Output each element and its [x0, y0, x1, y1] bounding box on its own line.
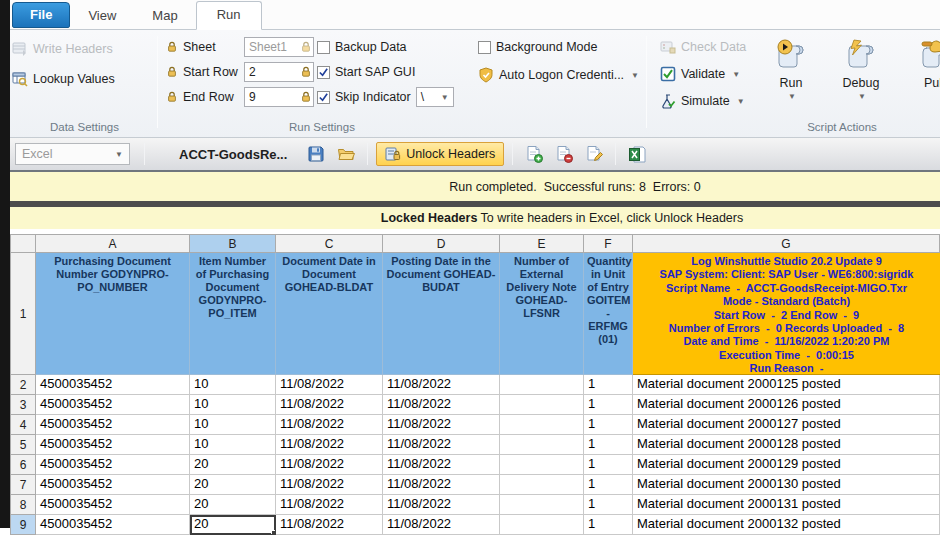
auto-logon-button[interactable]: Auto Logon Credenti... ▼ [478, 64, 639, 86]
cell-b5[interactable]: 10 [190, 435, 276, 455]
field-header-a1[interactable]: Purchasing Document Number GODYNPRO-PO_N… [36, 253, 190, 375]
run-button[interactable]: Run ▼ [760, 38, 822, 101]
cell-b4[interactable]: 10 [190, 415, 276, 435]
cell-c4[interactable]: 11/08/2022 [276, 415, 383, 435]
lock-icon[interactable] [166, 91, 178, 103]
remove-document-button[interactable] [551, 142, 577, 166]
cell-g9[interactable]: Material document 2000132 posted [633, 515, 940, 535]
skip-indicator-checkbox[interactable] [317, 91, 330, 104]
cell-c7[interactable]: 11/08/2022 [276, 475, 383, 495]
lock-icon[interactable] [166, 66, 178, 78]
column-header-f[interactable]: F [584, 234, 633, 253]
row-header-8[interactable]: 8 [10, 495, 36, 515]
field-header-e1[interactable]: Number of External Delivery Note GOHEAD-… [500, 253, 584, 375]
unlock-headers-button[interactable]: Unlock Headers [376, 142, 504, 166]
backup-data-option[interactable]: Backup Data [300, 36, 454, 58]
cell-a5[interactable]: 4500035452 [36, 435, 190, 455]
cell-e8[interactable] [500, 495, 584, 515]
field-header-b1[interactable]: Item Number of Purchasing Document GODYN… [190, 253, 276, 375]
tab-map[interactable]: Map [134, 3, 195, 29]
cell-b7[interactable]: 20 [190, 475, 276, 495]
cell-e9[interactable] [500, 515, 584, 535]
cell-a2[interactable]: 4500035452 [36, 375, 190, 395]
cell-a9[interactable]: 4500035452 [36, 515, 190, 535]
tab-file[interactable]: File [12, 2, 70, 28]
row-header-2[interactable]: 2 [10, 375, 36, 395]
cell-b8[interactable]: 20 [190, 495, 276, 515]
edit-document-button[interactable] [581, 142, 607, 166]
column-header-b[interactable]: B [190, 234, 276, 253]
cell-e7[interactable] [500, 475, 584, 495]
row-header-9[interactable]: 9 [10, 515, 36, 535]
cell-a7[interactable]: 4500035452 [36, 475, 190, 495]
run-mode-select[interactable]: Excel ▼ [15, 143, 130, 165]
cell-b3[interactable]: 10 [190, 395, 276, 415]
open-button[interactable] [333, 142, 359, 166]
cell-e2[interactable] [500, 375, 584, 395]
cell-d7[interactable]: 11/08/2022 [383, 475, 500, 495]
cell-b9[interactable]: 20 [190, 515, 276, 535]
cell-f8[interactable]: 1 [584, 495, 633, 515]
cell-c8[interactable]: 11/08/2022 [276, 495, 383, 515]
column-header-c[interactable]: C [276, 234, 383, 253]
add-document-button[interactable] [521, 142, 547, 166]
field-header-d1[interactable]: Posting Date in the Document GOHEAD-BUDA… [383, 253, 500, 375]
row-header-7[interactable]: 7 [10, 475, 36, 495]
cell-f5[interactable]: 1 [584, 435, 633, 455]
skip-indicator-option[interactable]: Skip Indicator \ ▼ [300, 86, 454, 108]
cell-e6[interactable] [500, 455, 584, 475]
start-sap-gui-option[interactable]: Start SAP GUI [300, 61, 454, 83]
cell-g5[interactable]: Material document 2000128 posted [633, 435, 940, 455]
select-all-corner[interactable] [10, 234, 36, 253]
publish-button[interactable]: Pub [904, 38, 940, 90]
row-header-3[interactable]: 3 [10, 395, 36, 415]
row-header-5[interactable]: 5 [10, 435, 36, 455]
cell-e3[interactable] [500, 395, 584, 415]
cell-g2[interactable]: Material document 2000125 posted [633, 375, 940, 395]
cell-g8[interactable]: Material document 2000131 posted [633, 495, 940, 515]
validate-button[interactable]: Validate ▼ [660, 63, 746, 85]
save-button[interactable] [303, 142, 329, 166]
cell-c9[interactable]: 11/08/2022 [276, 515, 383, 535]
cell-c6[interactable]: 11/08/2022 [276, 455, 383, 475]
cell-d8[interactable]: 11/08/2022 [383, 495, 500, 515]
fill-handle[interactable] [271, 530, 276, 535]
debug-button[interactable]: Debug ▼ [830, 38, 892, 101]
cell-c5[interactable]: 11/08/2022 [276, 435, 383, 455]
column-header-e[interactable]: E [500, 234, 584, 253]
cell-a3[interactable]: 4500035452 [36, 395, 190, 415]
tab-run[interactable]: Run [196, 1, 262, 30]
cell-b2[interactable]: 10 [190, 375, 276, 395]
cell-g6[interactable]: Material document 2000129 posted [633, 455, 940, 475]
log-cell-g1[interactable]: Log Winshuttle Studio 20.2 Update 9SAP S… [633, 253, 940, 375]
cell-d5[interactable]: 11/08/2022 [383, 435, 500, 455]
row-header-1[interactable]: 1 [10, 253, 36, 375]
cell-d2[interactable]: 11/08/2022 [383, 375, 500, 395]
cell-f6[interactable]: 1 [584, 455, 633, 475]
cell-a8[interactable]: 4500035452 [36, 495, 190, 515]
field-header-f1[interactable]: Quantity in Unit of Entry GOITEM -ERFMG … [584, 253, 633, 375]
simulate-button[interactable]: Simulate ▼ [660, 90, 746, 112]
cell-b6[interactable]: 20 [190, 455, 276, 475]
skip-indicator-dropdown[interactable]: \ ▼ [416, 87, 454, 107]
tab-view[interactable]: View [70, 3, 134, 29]
cell-d4[interactable]: 11/08/2022 [383, 415, 500, 435]
cell-f3[interactable]: 1 [584, 395, 633, 415]
background-mode-checkbox[interactable] [478, 41, 491, 54]
cell-g4[interactable]: Material document 2000127 posted [633, 415, 940, 435]
cell-c3[interactable]: 11/08/2022 [276, 395, 383, 415]
column-header-d[interactable]: D [383, 234, 500, 253]
cell-g7[interactable]: Material document 2000130 posted [633, 475, 940, 495]
open-in-excel-button[interactable] [624, 142, 650, 166]
cell-f4[interactable]: 1 [584, 415, 633, 435]
cell-e5[interactable] [500, 435, 584, 455]
field-header-c1[interactable]: Document Date in Document GOHEAD-BLDAT [276, 253, 383, 375]
column-header-g[interactable]: G [633, 234, 940, 253]
lookup-values-button[interactable]: Lookup Values [12, 68, 157, 90]
row-header-4[interactable]: 4 [10, 415, 36, 435]
lock-icon[interactable] [166, 41, 178, 53]
cell-g3[interactable]: Material document 2000126 posted [633, 395, 940, 415]
cell-f7[interactable]: 1 [584, 475, 633, 495]
cell-d9[interactable]: 11/08/2022 [383, 515, 500, 535]
cell-d3[interactable]: 11/08/2022 [383, 395, 500, 415]
